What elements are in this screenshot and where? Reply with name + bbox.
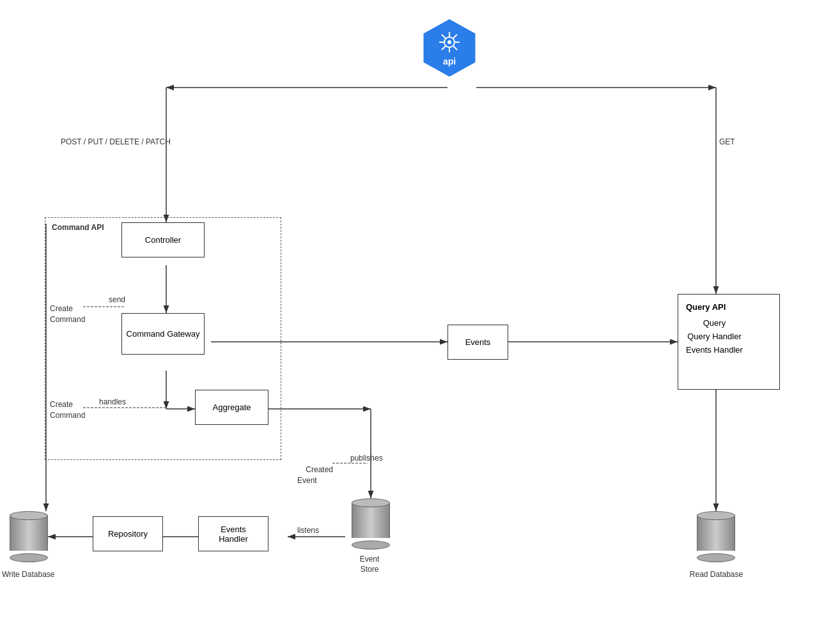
created-event-label: Created Event	[297, 454, 333, 496]
created-event-text: Created Event	[297, 465, 333, 485]
read-db-label: Read Database	[689, 570, 743, 579]
controller-box: Controller	[121, 222, 205, 257]
api-label: api	[443, 56, 456, 66]
command-gateway-box: Command Gateway	[121, 313, 205, 355]
svg-line-25	[453, 35, 457, 38]
create-command-2-label: Create Command	[50, 399, 85, 421]
events-handler-box: Events Handler	[198, 516, 268, 551]
event-store-cylinder	[352, 498, 390, 549]
post-put-label: POST / PUT / DELETE / PATCH	[61, 137, 171, 146]
read-db-cylinder	[697, 511, 735, 562]
svg-point-18	[447, 40, 451, 44]
send-label: send	[109, 295, 125, 304]
controller-label: Controller	[145, 235, 181, 245]
handles-label: handles	[99, 397, 126, 406]
svg-line-24	[453, 46, 457, 50]
write-db-cylinder	[10, 511, 48, 562]
aggregate-box: Aggregate	[195, 390, 268, 425]
query-api-sub: Query Query Handler Events Handler	[686, 317, 743, 357]
repository-box: Repository	[93, 516, 163, 551]
repository-label: Repository	[108, 529, 148, 539]
listens-label: listens	[297, 526, 319, 535]
query-api-title: Query API	[686, 302, 726, 312]
query-api-box: Query API Query Query Handler Events Han…	[678, 294, 780, 390]
events-box: Events	[447, 325, 508, 360]
api-hexagon: api	[421, 19, 478, 77]
svg-line-23	[442, 35, 446, 38]
get-label: GET	[719, 137, 735, 146]
create-command-1-text: Create Command	[50, 304, 85, 324]
publishes-label: publishes	[350, 454, 383, 463]
api-icon: api	[421, 19, 478, 77]
create-command-2-text: Create Command	[50, 400, 85, 420]
events-box-label: Events	[465, 337, 491, 347]
command-gateway-label: Command Gateway	[127, 329, 200, 339]
command-api-label: Command API	[52, 223, 104, 232]
write-db-label: Write Database	[2, 570, 53, 579]
create-command-1-label: Create Command	[50, 303, 85, 325]
diagram: api POST / PUT / DELETE / PATCH GET Comm…	[0, 0, 840, 637]
aggregate-label: Aggregate	[213, 403, 251, 412]
event-store-text: Event Store	[360, 555, 380, 574]
svg-line-26	[442, 46, 446, 50]
event-store-label: Event Store	[350, 555, 389, 574]
events-handler-label: Events Handler	[219, 525, 248, 544]
